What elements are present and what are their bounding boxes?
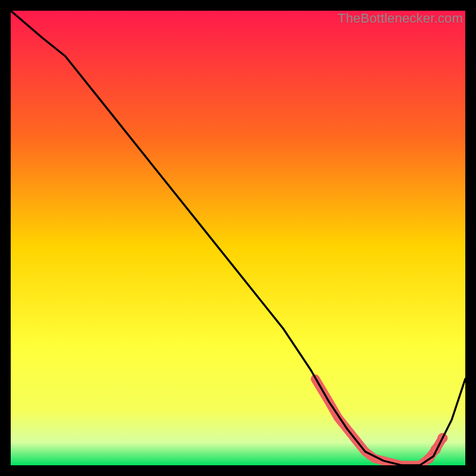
outer-frame: TheBottlenecker.com	[0, 0, 476, 476]
bottleneck-curve-top	[11, 11, 465, 465]
watermark-text: TheBottlenecker.com	[338, 11, 463, 26]
marker-sausage	[315, 379, 443, 465]
marker-group	[315, 379, 447, 465]
chart-overlay	[11, 11, 465, 465]
plot-area: TheBottlenecker.com	[11, 11, 465, 465]
bottleneck-curve	[11, 11, 465, 465]
